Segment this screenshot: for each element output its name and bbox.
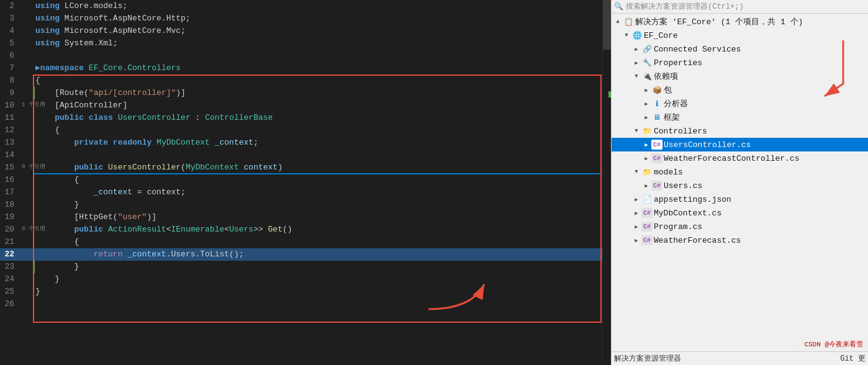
code-editor[interactable]: 2 using LCore.models; 3 using Microsoft.… <box>0 0 602 365</box>
line-num-17: 17 <box>0 186 22 199</box>
connected-services-label: Connected Services <box>654 45 741 54</box>
code-line-16: 16 { <box>0 174 602 186</box>
line-num-5: 5 <box>0 37 22 50</box>
line-num-4: 4 <box>0 25 22 37</box>
change-indicator-2 <box>33 261 35 273</box>
csdn-badge: CSDN @今夜来看雪 <box>799 338 868 350</box>
tree-item-models[interactable]: ▼ 📁 models <box>612 165 868 179</box>
expand-icon-weatherforecast: ▶ <box>631 237 641 244</box>
properties-label: Properties <box>654 58 702 68</box>
code-line-4: 4 using Microsoft.AspNetCore.Mvc; <box>0 25 602 37</box>
code-line-23: 23 } <box>0 261 602 273</box>
line-num-13: 13 <box>0 137 22 149</box>
line-content-3: using Microsoft.AspNetCore.Http; <box>33 12 602 25</box>
editor-scrollbar[interactable] <box>602 0 611 365</box>
solution-tree: ▲ 📋 解决方案 'EF_Core' (1 个项目，共 1 个) ▼ 🌐 EF_… <box>612 14 868 365</box>
tree-item-properties[interactable]: ▶ 🔧 Properties <box>612 56 868 70</box>
csharp-weather-icon: C# <box>651 153 662 163</box>
code-lines-container: 2 using LCore.models; 3 using Microsoft.… <box>0 0 602 365</box>
code-line-22: 22 return _context.Users.ToList(); <box>0 248 602 261</box>
tree-item-analyzers[interactable]: ▶ ℹ 分析器 <box>612 97 868 110</box>
code-line-24: 24 } <box>0 273 602 286</box>
connected-services-icon: 🔗 <box>641 44 653 54</box>
expand-icon-analyzers: ▶ <box>641 101 651 107</box>
code-line-18: 18 } <box>0 199 602 211</box>
selection-indicator <box>33 173 602 174</box>
expand-icon-ef-core: ▼ <box>622 32 631 38</box>
code-line-26: 26 <box>0 298 602 310</box>
code-line-17: 17 _context = context; <box>0 186 602 199</box>
expand-icon-solution: ▲ <box>613 19 623 25</box>
code-line-14: 14 <box>0 149 602 161</box>
expand-icon-deps: ▼ <box>631 73 641 79</box>
tree-item-controllers[interactable]: ▼ 📁 Controllers <box>612 124 868 138</box>
expand-icon-appsettings: ▶ <box>631 196 641 203</box>
csharp-mydb-icon: C# <box>641 208 653 218</box>
line-num-8: 8 <box>0 74 22 87</box>
bottom-bar-text: 解决方案资源管理器 <box>614 353 681 364</box>
line-num-12: 12 <box>0 124 22 137</box>
expand-icon-properties: ▶ <box>631 60 641 66</box>
code-line-6: 6 <box>0 50 602 62</box>
project-icon: 🌐 <box>631 30 643 40</box>
line-content-24: } <box>33 273 602 286</box>
models-folder-icon: 📁 <box>641 167 653 177</box>
tree-item-appsettings[interactable]: ▶ 📄 appsettings.json <box>612 192 868 206</box>
users-controller-label: UsersController.cs <box>664 140 751 150</box>
code-line-7: 7 ▶namespace EF_Core.Controllers <box>0 62 602 74</box>
csharp-file-icon: C# <box>651 140 662 150</box>
expand-icon-mydbcontext: ▶ <box>631 210 641 217</box>
tree-item-mydbcontext[interactable]: ▶ C# MyDbContext.cs <box>612 206 868 220</box>
bottom-bar-text2: Git 更 <box>840 353 866 364</box>
search-icon: 🔍 <box>614 2 623 11</box>
tree-item-solution-root[interactable]: ▲ 📋 解决方案 'EF_Core' (1 个项目，共 1 个) <box>612 15 868 29</box>
models-label: models <box>654 168 683 177</box>
tree-item-users-cs[interactable]: ▶ C# Users.cs <box>612 179 868 192</box>
tree-item-connected-services[interactable]: ▶ 🔗 Connected Services <box>612 42 868 56</box>
properties-icon: 🔧 <box>641 58 653 68</box>
line-num-16: 16 <box>0 174 22 186</box>
line-num-24: 24 <box>0 273 22 286</box>
tree-item-ef-core[interactable]: ▼ 🌐 EF_Core <box>612 29 868 42</box>
line-num-23: 23 <box>0 261 22 273</box>
frameworks-icon: 🖥 <box>651 112 662 122</box>
solution-search-bar[interactable]: 🔍 搜索解决方案资源管理器(Ctrl+;) <box>612 0 868 14</box>
expand-icon-frameworks: ▶ <box>641 114 651 121</box>
line-content-18: } <box>33 199 602 211</box>
line-num-21: 21 <box>0 236 22 248</box>
code-line-8: 8 { <box>0 74 602 87</box>
line-num-19: 19 <box>0 211 22 223</box>
csharp-program-icon: C# <box>641 222 653 232</box>
code-line-10: 10 1 个引用 [ApiController] <box>0 99 602 112</box>
csharp-weatherforecast-icon: C# <box>641 235 653 245</box>
code-line-9: 9 [Route("api/[controller]")] <box>0 87 602 99</box>
expand-icon-weather-ctrl: ▶ <box>641 155 651 162</box>
line-content-23: } <box>33 261 602 273</box>
tree-item-program[interactable]: ▶ C# Program.cs <box>612 220 868 233</box>
expand-icon-users-ctrl: ▶ <box>641 142 651 148</box>
line-content-10: [ApiController] <box>33 99 602 112</box>
tree-item-weather-controller[interactable]: ▶ C# WeatherForecastController.cs <box>612 151 868 165</box>
line-num-26: 26 <box>0 298 22 310</box>
tree-item-users-controller[interactable]: ▶ C# UsersController.cs <box>612 138 868 151</box>
code-line-13: 13 private readonly MyDbContext _context… <box>0 137 602 149</box>
tree-item-dependencies[interactable]: ▼ 🔌 依赖项 <box>612 70 868 83</box>
ref-count-10: 1 个引用 <box>22 99 45 111</box>
line-content-13: private readonly MyDbContext _context; <box>33 137 602 149</box>
line-num-2: 2 <box>0 0 22 12</box>
tree-item-weatherforecast[interactable]: ▶ C# WeatherForecast.cs <box>612 233 868 247</box>
line-num-11: 11 <box>0 112 22 124</box>
solution-explorer-panel: 🔍 搜索解决方案资源管理器(Ctrl+;) ▲ 📋 解决方案 'EF_Core'… <box>611 0 868 365</box>
mydbcontext-label: MyDbContext.cs <box>654 209 721 218</box>
line-num-3: 3 <box>0 12 22 25</box>
solution-icon: 📋 <box>623 17 634 27</box>
line-content-9: [Route("api/[controller]")] <box>33 87 602 99</box>
scrollbar-thumb[interactable] <box>603 0 611 50</box>
json-file-icon: 📄 <box>641 194 653 204</box>
weatherforecast-label: WeatherForecast.cs <box>654 236 741 245</box>
line-content-2: using LCore.models; <box>33 0 602 12</box>
line-content-15: public UsersController(MyDbContext conte… <box>33 161 602 174</box>
tree-item-packages[interactable]: ▶ 📦 包 <box>612 83 868 97</box>
tree-item-frameworks[interactable]: ▶ 🖥 框架 <box>612 110 868 124</box>
line-content-21: { <box>33 236 602 248</box>
